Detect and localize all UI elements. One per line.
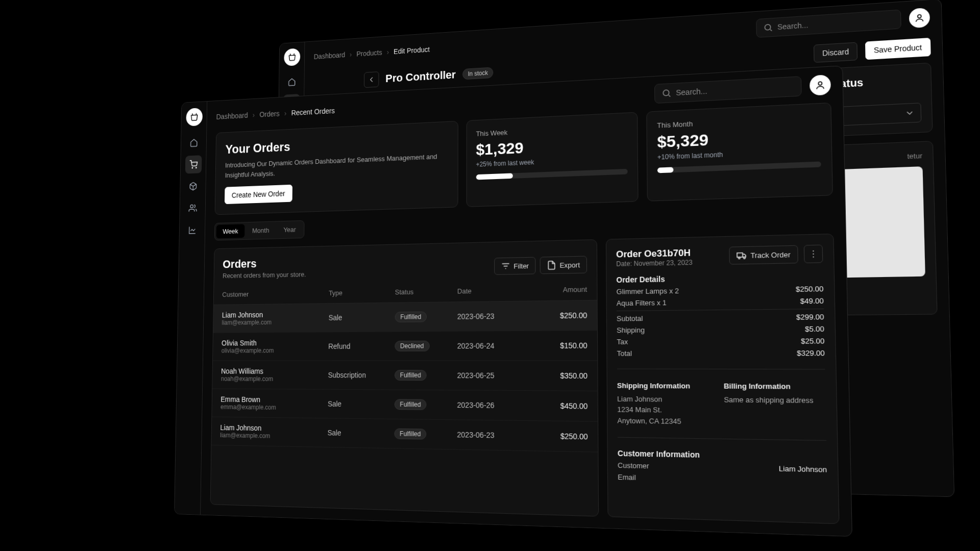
nav-cart-icon[interactable]: [185, 155, 202, 173]
stat-week-card: This Week $1,329 +25% from last week: [466, 112, 639, 207]
search-input[interactable]: Search...: [654, 76, 802, 104]
svg-point-13: [813, 253, 814, 255]
svg-point-5: [195, 167, 196, 168]
order-total-line: Subtotal$299.00: [617, 313, 824, 323]
status-badge: Declined: [395, 341, 429, 352]
progress-bar: [476, 169, 628, 180]
discard-button[interactable]: Discard: [814, 42, 857, 63]
create-order-button[interactable]: Create New Order: [225, 185, 292, 204]
hero-desc: Introducing Our Dynamic Orders Dashboard…: [225, 151, 448, 180]
breadcrumb: Dashboard › Orders › Recent Orders: [216, 107, 335, 121]
nav-home-icon[interactable]: [185, 133, 202, 152]
avatar[interactable]: [810, 74, 831, 96]
chevron-right-icon: ›: [284, 109, 287, 117]
orders-title: Orders: [223, 256, 306, 271]
order-date: Date: November 23, 2023: [616, 259, 693, 268]
svg-point-3: [918, 15, 921, 18]
chevron-right-icon: ›: [350, 51, 352, 58]
progress-bar: [657, 161, 821, 173]
chevron-right-icon: ›: [253, 111, 255, 119]
svg-point-10: [739, 257, 740, 259]
svg-point-11: [744, 257, 745, 259]
svg-point-2: [765, 24, 770, 30]
order-total-line: Tax$25.00: [617, 337, 824, 346]
export-button[interactable]: Export: [540, 256, 587, 274]
breadcrumb-current: Recent Orders: [291, 107, 335, 117]
stat-month-card: This Month $5,329 +10% from last month: [647, 103, 833, 202]
svg-rect-9: [737, 253, 743, 257]
svg-point-12: [813, 251, 814, 252]
orders-sub: Recent orders from your store.: [223, 270, 306, 280]
search-placeholder: Search...: [777, 21, 808, 31]
order-line-item: Aqua Filters x 1$49.00: [617, 296, 824, 307]
file-icon: [547, 260, 556, 270]
table-row[interactable]: Noah Williamsnoah@example.comSubscriptio…: [212, 361, 597, 391]
svg-point-8: [818, 82, 822, 85]
app-logo: [186, 108, 203, 126]
tab-year[interactable]: Year: [277, 222, 303, 237]
stock-badge: In stock: [462, 67, 493, 80]
back-button[interactable]: [364, 71, 379, 88]
user-icon: [914, 13, 925, 23]
nav-package-icon[interactable]: [185, 177, 202, 195]
tab-week[interactable]: Week: [216, 224, 245, 238]
svg-point-6: [190, 205, 193, 208]
order-id: Order Oe31b70H: [616, 247, 693, 260]
svg-point-7: [663, 90, 669, 96]
svg-point-4: [192, 167, 192, 168]
user-icon: [815, 80, 825, 90]
table-row[interactable]: Liam Johnsonliam@example.comSaleFulfille…: [213, 300, 597, 333]
order-details-title: Order Details: [616, 272, 823, 284]
svg-point-14: [813, 256, 814, 258]
table-row[interactable]: Liam Johnsonliam@example.comSaleFulfille…: [211, 417, 598, 453]
search-placeholder: Search...: [676, 87, 707, 97]
page-title: Pro Controller: [385, 68, 456, 85]
breadcrumb-item[interactable]: Products: [356, 48, 382, 58]
order-total-line: Total$329.00: [617, 349, 824, 358]
status-badge: Fulfilled: [395, 312, 427, 322]
nav-users-icon[interactable]: [184, 199, 201, 217]
ship-name: Liam Johnson: [617, 393, 715, 405]
ship-city: Anytown, CA 12345: [617, 415, 715, 427]
more-button[interactable]: [804, 245, 823, 263]
app-logo: [284, 48, 300, 66]
orders-table-panel: Orders Recent orders from your store. Fi…: [210, 239, 599, 517]
breadcrumb-item[interactable]: Dashboard: [216, 111, 248, 121]
filter-icon: [501, 261, 510, 271]
tab-month[interactable]: Month: [246, 223, 276, 237]
status-badge: Fulfilled: [395, 370, 427, 381]
table-row[interactable]: Emma Brownemma@example.comSaleFulfilled2…: [212, 389, 597, 421]
breadcrumb-item[interactable]: Orders: [259, 110, 280, 119]
filter-button[interactable]: Filter: [494, 257, 535, 275]
stat-value: $1,329: [476, 134, 627, 159]
time-range-tabs: Week Month Year: [214, 220, 305, 241]
save-product-button[interactable]: Save Product: [865, 38, 931, 60]
order-total-line: Shipping$5.00: [617, 324, 824, 334]
ship-street: 1234 Main St.: [617, 404, 715, 416]
chevron-down-icon: [904, 108, 915, 118]
chevron-left-icon: [368, 75, 376, 84]
nav-home-icon[interactable]: [283, 73, 300, 91]
track-order-button[interactable]: Track Order: [729, 245, 798, 265]
truck-icon: [737, 251, 747, 261]
avatar[interactable]: [909, 8, 930, 29]
breadcrumb: Dashboard › Products › Edit Product: [314, 45, 430, 61]
customer-info-title: Customer Information: [618, 449, 827, 462]
order-detail-panel: Order Oe31b70H Date: November 23, 2023 T…: [606, 234, 840, 524]
nav-analytics-icon[interactable]: [184, 221, 201, 239]
search-icon: [763, 22, 773, 33]
table-row[interactable]: Olivia Smitholivia@example.comRefundDecl…: [213, 331, 597, 361]
shipping-info-title: Shipping Information: [617, 380, 715, 391]
more-vertical-icon: [808, 249, 819, 259]
search-icon: [662, 88, 672, 98]
chevron-right-icon: ›: [387, 48, 389, 56]
breadcrumb-item[interactable]: Dashboard: [314, 51, 345, 61]
billing-same: Same as shipping address: [724, 394, 826, 406]
status-badge: Fulfilled: [395, 399, 427, 410]
billing-info-title: Billing Information: [724, 381, 825, 392]
search-input[interactable]: Search...: [756, 10, 901, 38]
breadcrumb-current: Edit Product: [394, 45, 430, 56]
status-badge: Fulfilled: [394, 429, 426, 440]
hero-card: Your Orders Introducing Our Dynamic Orde…: [215, 121, 458, 215]
order-line-item: Glimmer Lamps x 2$250.00: [617, 285, 824, 296]
